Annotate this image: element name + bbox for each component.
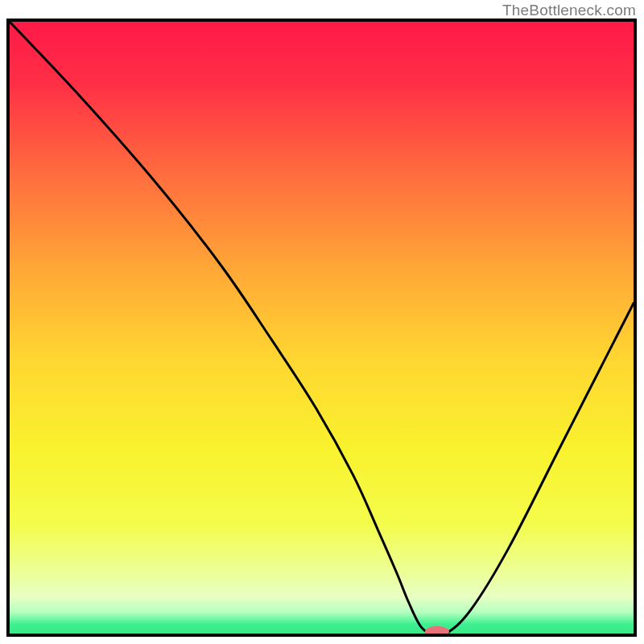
chart-background [10, 22, 634, 634]
bottleneck-chart [10, 22, 634, 634]
attribution-text: TheBottleneck.com [502, 2, 636, 19]
chart-frame [6, 19, 637, 637]
